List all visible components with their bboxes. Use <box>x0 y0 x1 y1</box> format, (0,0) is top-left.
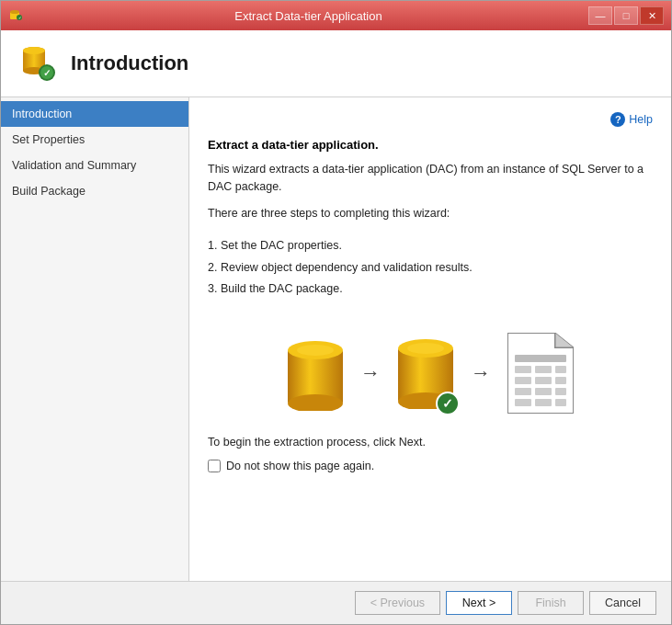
svg-text:✓: ✓ <box>43 68 51 78</box>
svg-rect-31 <box>515 399 531 406</box>
main-area: Introduction Set Properties Validation a… <box>1 97 671 581</box>
arrow-1-icon: → <box>360 361 381 385</box>
next-button[interactable]: Next > <box>446 591 512 615</box>
svg-rect-26 <box>535 377 552 384</box>
svg-text:✓: ✓ <box>18 16 21 20</box>
app-icon: ✓ <box>8 8 23 23</box>
help-icon: ? <box>610 112 625 127</box>
diagram-area: → <box>208 333 653 414</box>
window-controls: — □ ✕ <box>588 6 664 25</box>
svg-rect-33 <box>555 399 566 406</box>
content-area: ? Help Extract a data-tier application. … <box>189 97 671 581</box>
svg-marker-20 <box>555 333 574 347</box>
svg-rect-32 <box>535 399 552 406</box>
svg-rect-28 <box>515 388 531 395</box>
sidebar-item-build-package[interactable]: Build Package <box>1 178 188 204</box>
steps-list: 1. Set the DAC properties. 2. Review obj… <box>208 238 653 303</box>
dont-show-label[interactable]: Do not show this page again. <box>226 460 374 472</box>
content-para1: This wizard extracts a data-tier applica… <box>208 161 653 196</box>
help-link[interactable]: ? Help <box>610 112 653 127</box>
header-title: Introduction <box>71 51 188 75</box>
header: ✓ Introduction <box>1 30 671 97</box>
step-1: 1. Set the DAC properties. <box>208 238 653 255</box>
main-window: ✓ Extract Data-tier Application — □ ✕ <box>0 0 672 625</box>
title-bar: ✓ Extract Data-tier Application — □ ✕ <box>1 1 671 30</box>
svg-rect-27 <box>555 377 566 384</box>
svg-rect-21 <box>515 355 566 362</box>
checkbox-row: Do not show this page again. <box>208 460 653 472</box>
close-button[interactable]: ✕ <box>640 6 664 25</box>
content-header-row: ? Help <box>208 112 653 127</box>
previous-button[interactable]: < Previous <box>355 591 440 615</box>
check-badge: ✓ <box>436 392 460 415</box>
database-source-icon <box>287 335 344 411</box>
document-icon <box>507 333 574 414</box>
step-3: 3. Build the DAC package. <box>208 281 653 298</box>
svg-point-1 <box>10 10 19 14</box>
sidebar-item-validation-summary[interactable]: Validation and Summary <box>1 153 188 178</box>
maximize-button[interactable]: □ <box>614 6 638 25</box>
svg-point-7 <box>23 47 45 54</box>
svg-rect-30 <box>555 388 566 395</box>
arrow-2-icon: → <box>471 361 491 385</box>
svg-point-17 <box>407 343 444 354</box>
dont-show-checkbox[interactable] <box>208 460 221 472</box>
cancel-button[interactable]: Cancel <box>589 591 656 615</box>
sidebar-item-introduction[interactable]: Introduction <box>1 101 188 127</box>
svg-point-13 <box>297 345 334 356</box>
svg-rect-29 <box>535 388 552 395</box>
finish-button[interactable]: Finish <box>518 591 584 615</box>
extraction-note: To begin the extraction process, click N… <box>208 436 653 449</box>
window-title: Extract Data-tier Application <box>28 9 588 23</box>
steps-intro: There are three steps to completing this… <box>208 205 653 222</box>
database-target-icon: ✓ <box>397 334 454 412</box>
svg-rect-22 <box>515 366 531 373</box>
svg-rect-24 <box>555 366 566 373</box>
svg-rect-23 <box>535 366 552 373</box>
footer: < Previous Next > Finish Cancel <box>1 581 671 624</box>
header-icon: ✓ <box>16 41 60 85</box>
content-subtitle: Extract a data-tier application. <box>208 138 653 152</box>
step-2: 2. Review object dependency and validati… <box>208 260 653 277</box>
sidebar-item-set-properties[interactable]: Set Properties <box>1 127 188 153</box>
minimize-button[interactable]: — <box>588 6 612 25</box>
svg-rect-25 <box>515 377 531 384</box>
sidebar: Introduction Set Properties Validation a… <box>1 97 189 581</box>
